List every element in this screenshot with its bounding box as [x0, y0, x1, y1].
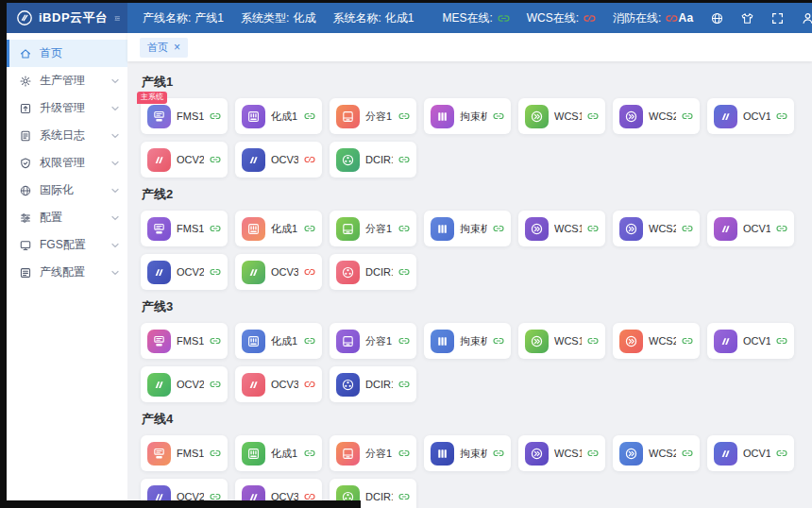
card-grid: FMS1化成1分容1拘束机WCS1WCS2OCV1OCV2OCV3DCIR1 [141, 435, 801, 508]
sidebar-item-i18n[interactable]: 国际化 [7, 177, 127, 204]
system-card-label: DCIR1 [365, 491, 393, 502]
link-online-icon [398, 335, 410, 347]
system-card[interactable]: OCV1 [707, 211, 794, 246]
tab-label: 首页 [147, 41, 168, 55]
system-card[interactable]: 分容1 [330, 323, 416, 359]
system-card[interactable]: WCS1 [518, 211, 605, 246]
fgs-icon [19, 239, 32, 252]
ocv-icon [714, 217, 737, 241]
system-card[interactable]: OCV1 [707, 98, 794, 134]
line-title: 产线3 [142, 298, 800, 315]
system-card-label: OCV2 [177, 379, 204, 390]
system-card[interactable]: WCS1 [518, 323, 605, 359]
link-online-icon [210, 110, 221, 122]
system-card[interactable]: OCV2 [141, 142, 228, 178]
system-card[interactable]: OCV2 [141, 366, 228, 402]
system-card[interactable]: DCIR1 [330, 142, 416, 178]
tab-home[interactable]: 首页 × [140, 38, 188, 58]
fullscreen-icon[interactable] [770, 11, 785, 25]
jushu-icon [431, 442, 454, 466]
theme-icon[interactable] [740, 11, 754, 25]
link-broken-icon [584, 12, 596, 25]
system-card[interactable]: WCS2 [613, 211, 700, 246]
status-label: MES在线: [442, 10, 492, 26]
font-size-icon[interactable]: Aa [678, 11, 693, 25]
app-window: iBDP云平台 产线名称:产线1系统类型:化成系统名称:化成1 MES在线:WC… [7, 3, 812, 508]
ocv-icon [714, 442, 737, 466]
system-card[interactable]: OCV3 [235, 142, 322, 178]
system-card[interactable]: 化成1 [235, 211, 322, 246]
huacheng-icon [242, 442, 265, 466]
system-card[interactable]: 化成1 [235, 98, 322, 134]
info-label: 系统类型: [241, 11, 289, 25]
connection-status-bar: MES在线:WCS在线:消防在线: [442, 3, 678, 33]
fms-icon [147, 442, 171, 466]
production-line-section: 产线2FMS1化成1分容1拘束机WCS1WCS2OCV1OCV2OCV3DCIR… [141, 186, 801, 290]
system-card[interactable]: FMS1 [141, 211, 228, 246]
system-card[interactable]: WCS1 [518, 435, 605, 471]
system-card[interactable]: 拘束机 [424, 98, 511, 134]
system-card[interactable]: WCS2 [613, 98, 700, 134]
main-area: 首页 × 产线1主系统FMS1化成1分容1拘束机WCS1WCS2OCV1OCV2… [127, 33, 812, 508]
fms-icon [147, 105, 171, 128]
sidebar-item-fgs[interactable]: FGS配置 [7, 231, 127, 259]
system-card[interactable]: 拘束机 [424, 323, 511, 359]
system-card[interactable]: OCV3 [235, 366, 322, 402]
fenrong-icon [336, 442, 360, 466]
link-broken-icon [304, 154, 315, 165]
system-card[interactable]: OCV1 [707, 323, 794, 359]
link-online-icon [493, 335, 504, 347]
system-card[interactable]: WCS1 [518, 98, 605, 134]
system-card[interactable]: OCV2 [141, 254, 228, 290]
system-card-label: 分容1 [365, 334, 393, 348]
link-online-icon [682, 110, 693, 122]
wcs-icon [619, 442, 643, 466]
system-card-label: WCS2 [649, 448, 676, 459]
system-card[interactable]: DCIR1 [330, 254, 416, 290]
log-icon [19, 129, 32, 143]
sidebar-item-log[interactable]: 系统日志 [7, 122, 127, 149]
sidebar-item-production[interactable]: 生产管理 [7, 67, 127, 94]
system-card[interactable]: 拘束机 [424, 211, 511, 246]
system-card-label: DCIR1 [365, 379, 393, 390]
system-card[interactable]: WCS2 [613, 323, 700, 359]
sidebar-item-home[interactable]: 首页 [7, 40, 127, 67]
link-online-icon [682, 223, 693, 234]
app-title: iBDP云平台 [39, 9, 109, 26]
sidebar-item-upgrade[interactable]: 升级管理 [7, 94, 127, 122]
system-card[interactable]: 分容1 [330, 211, 416, 246]
line-title: 产线2 [142, 186, 800, 203]
system-card[interactable]: FMS1 [141, 323, 228, 359]
language-icon[interactable] [710, 11, 724, 25]
system-card[interactable]: WCS2 [613, 435, 700, 471]
system-card[interactable]: DCIR1 [330, 366, 416, 402]
system-card-label: WCS2 [649, 223, 676, 234]
system-card[interactable]: 主系统FMS1 [141, 98, 228, 134]
close-tab-icon[interactable]: × [174, 42, 180, 53]
system-card[interactable]: 分容1 [330, 98, 416, 134]
collapse-menu-icon[interactable] [114, 11, 120, 25]
status-label: WCS在线: [527, 10, 579, 26]
system-card-label: WCS2 [649, 335, 676, 347]
huacheng-icon [242, 217, 265, 241]
sidebar-item-line-config[interactable]: 产线配置 [7, 259, 127, 286]
permission-icon [19, 157, 32, 170]
system-card[interactable]: FMS1 [141, 435, 228, 471]
sidebar-item-permission[interactable]: 权限管理 [7, 149, 127, 177]
sidebar-item-config[interactable]: 配置 [7, 204, 127, 231]
system-card[interactable]: 化成1 [235, 435, 322, 471]
ocv-icon [242, 373, 265, 397]
sidebar-item-label: 配置 [40, 210, 62, 226]
user-icon[interactable] [801, 11, 812, 25]
system-card[interactable]: OCV3 [235, 254, 322, 290]
header-info-item: 系统名称:化成1 [332, 10, 414, 26]
header-info-item: 产线名称:产线1 [143, 10, 224, 26]
system-card-label: 化成1 [271, 222, 298, 236]
system-card[interactable]: 化成1 [235, 323, 322, 359]
system-card[interactable]: 分容1 [330, 435, 416, 471]
system-card[interactable]: OCV1 [707, 435, 794, 471]
link-online-icon [776, 223, 787, 234]
system-card[interactable]: 拘束机 [424, 435, 511, 471]
logo-icon [16, 9, 33, 26]
link-online-icon [210, 266, 221, 278]
